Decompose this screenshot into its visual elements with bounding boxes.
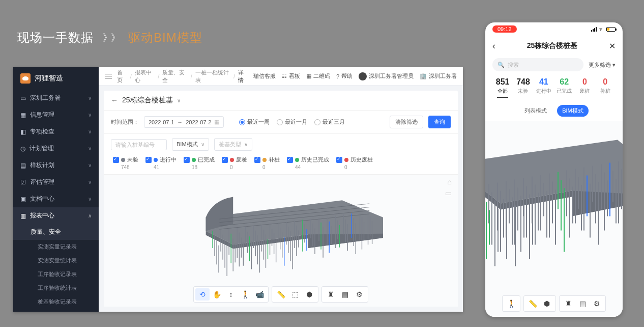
mobile-bim-viewport[interactable]: 🚶 📏⬢ ♜▤⚙	[485, 121, 623, 317]
user-menu[interactable]: 深圳工务署管理员	[359, 72, 414, 80]
title-dropdown-icon[interactable]: ∨	[177, 98, 181, 103]
stat-tab[interactable]: 748未验	[513, 77, 533, 98]
legend-item[interactable]: 进行中41	[145, 156, 177, 170]
layers-tool[interactable]: ▤	[338, 288, 352, 301]
tree-tool[interactable]: ♜	[324, 288, 338, 301]
nav-reports[interactable]: ▥报表中心∧	[13, 207, 99, 224]
section-tool[interactable]: ⬚	[288, 288, 302, 301]
walk-tool[interactable]: 🚶	[238, 288, 252, 301]
signal-icon	[591, 27, 597, 32]
stat-tab[interactable]: 62已完成	[554, 77, 574, 98]
topbar-right: 瑞信客服 ☷看板 ▦二维码 ?帮助 深圳工务署管理员 🏢深圳工务署	[253, 72, 457, 80]
mobile-page-title: 25栋综合楼桩基	[527, 41, 578, 50]
toggle-list-mode[interactable]: 列表模式	[519, 105, 552, 117]
subnav-item[interactable]: 工序验收统计表	[13, 281, 99, 295]
page-title-row: ← 25栋综合楼桩基 ∨	[104, 91, 458, 111]
checkbox-icon	[113, 157, 119, 163]
folder-icon: ▣	[20, 196, 26, 203]
search-input[interactable]: 🔍 搜索	[492, 58, 583, 71]
slide-arrows-icon: 》》	[103, 32, 119, 44]
explode-tool[interactable]: ⬢	[540, 297, 554, 310]
checkbox-icon	[336, 157, 342, 163]
subnav-item[interactable]: 实测实量统计表	[13, 254, 99, 267]
legend-item[interactable]: 已完成18	[184, 156, 215, 170]
close-button[interactable]: ✕	[609, 41, 616, 51]
measure-tool[interactable]: 📏	[274, 288, 288, 301]
search-icon: 🔍	[497, 62, 505, 68]
stat-tab[interactable]: 41进行中	[534, 77, 554, 98]
qr-link[interactable]: ▦二维码	[306, 72, 330, 80]
nav-info[interactable]: ▦信息管理∨	[13, 106, 99, 123]
nav-docs[interactable]: ▣文档中心∨	[13, 190, 99, 207]
settings-tool[interactable]: ⚙	[590, 297, 604, 310]
nav-plan[interactable]: ◷计划管理∨	[13, 140, 99, 157]
stat-label: 全部	[492, 88, 513, 95]
toggle-bim-mode[interactable]: BIM模式	[557, 105, 589, 117]
crumb[interactable]: 报表中心	[135, 69, 155, 84]
radio-last-week[interactable]: 最近一周	[239, 118, 270, 126]
legend-item[interactable]: 未验748	[113, 156, 138, 170]
date-range-picker[interactable]: 2022-07-1 → 2022-07-2 ▦	[144, 116, 224, 128]
home-icon[interactable]: ⌂	[448, 178, 452, 186]
legend-item[interactable]: 历史已完成44	[287, 156, 329, 170]
customer-service-link[interactable]: 瑞信客服	[253, 72, 276, 80]
nav-org[interactable]: ▭深圳工务署∨	[13, 90, 99, 106]
pile-search-input[interactable]	[111, 139, 167, 150]
crumb[interactable]: 质量、安全	[162, 69, 187, 84]
radio-last-month[interactable]: 最近一月	[277, 118, 307, 126]
date-range-label: 时间范围：	[111, 118, 139, 126]
crumb[interactable]: 首页	[117, 69, 127, 84]
board-link[interactable]: ☷看板	[282, 72, 300, 80]
crumb[interactable]: 一桩一档统计表	[195, 69, 230, 84]
clear-filter-button[interactable]: 清除筛选	[390, 116, 423, 128]
legend-count: 0	[230, 165, 233, 170]
subnav-item[interactable]: 工序验收记录表	[13, 267, 99, 281]
subnav-quality-safety[interactable]: 质量、安全	[13, 224, 99, 240]
help-link[interactable]: ?帮助	[336, 72, 353, 80]
slide-title-2: 驱动BIM模型	[128, 30, 202, 46]
bim-model-canvas[interactable]	[109, 180, 453, 282]
measure-tool[interactable]: 📏	[525, 297, 540, 310]
menu-icon[interactable]	[105, 72, 112, 80]
stat-tab[interactable]: 0废桩	[574, 77, 595, 98]
nav-inspect[interactable]: ◧专项检查∨	[13, 123, 99, 140]
orbit-tool[interactable]: ⟲	[195, 288, 210, 301]
layers-tool[interactable]: ▤	[575, 297, 590, 310]
query-button[interactable]: 查询	[428, 116, 451, 128]
pile-type-select[interactable]: 桩基类型∨	[214, 138, 252, 151]
mode-select[interactable]: BIM模式∨	[172, 138, 209, 151]
back-button[interactable]: ←	[111, 96, 118, 104]
walk-tool[interactable]: 🚶	[504, 297, 518, 310]
legend-item[interactable]: 废桩0	[222, 156, 247, 170]
settings-tool[interactable]: ⚙	[352, 288, 366, 301]
tree-tool[interactable]: ♜	[561, 297, 575, 310]
nav-eval[interactable]: ☑评估管理∨	[13, 174, 99, 190]
app-logo[interactable]: 河狸智造	[13, 67, 99, 90]
camera-tool[interactable]: 📹	[252, 288, 267, 301]
subnav-item[interactable]: 实测实量记录表	[13, 240, 99, 254]
chevron-down-icon: ∨	[88, 112, 92, 118]
legend-item[interactable]: 历史废桩0	[336, 156, 373, 170]
pan-tool[interactable]: ✋	[210, 288, 224, 301]
checkbox-icon	[287, 157, 293, 163]
explode-tool[interactable]: ⬢	[302, 288, 316, 301]
fit-icon[interactable]: ▭	[445, 189, 452, 197]
qr-icon: ▦	[306, 73, 311, 79]
date-to: 2022-07-2	[186, 119, 211, 125]
mobile-mode-toggle: 列表模式 BIM模式	[485, 102, 623, 121]
range-radios: 最近一周 最近一月 最近三月	[239, 118, 345, 126]
stat-tab[interactable]: 0补桩	[595, 77, 616, 98]
vertical-tool[interactable]: ↕	[224, 288, 238, 301]
chevron-down-icon: ∨	[88, 146, 92, 151]
more-filters-button[interactable]: 更多筛选▾	[589, 61, 616, 69]
check-icon: ☑	[20, 179, 26, 186]
org-menu[interactable]: 🏢深圳工务署	[420, 72, 457, 80]
nav-template[interactable]: ▤样板计划∨	[13, 157, 99, 174]
stat-tab[interactable]: 851全部	[492, 77, 513, 98]
radio-last-3-months[interactable]: 最近三月	[314, 118, 345, 126]
bim-viewport[interactable]: ⌂ ▭ ⟲ ✋ ↕ 🚶 📹 📏 ⬚ ⬢	[104, 175, 458, 307]
slide-title-1: 现场一手数据	[17, 30, 94, 46]
subnav-item[interactable]: 桩基验收记录表	[13, 295, 99, 309]
legend-item[interactable]: 补桩0	[254, 156, 280, 170]
back-button[interactable]: ‹	[492, 41, 495, 51]
